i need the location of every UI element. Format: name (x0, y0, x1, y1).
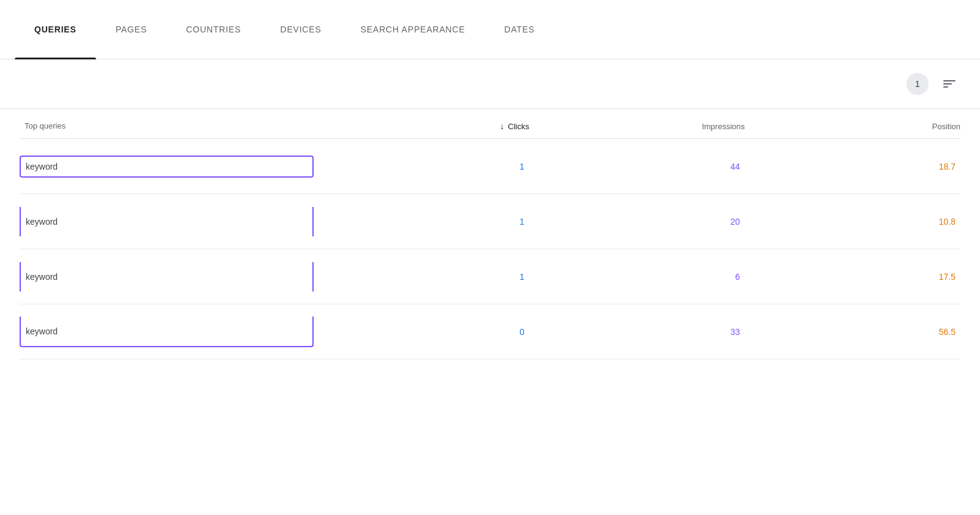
col-header-impressions[interactable]: Impressions (529, 121, 745, 131)
clicks-value-1: 1 (314, 217, 529, 227)
tab-search-appearance[interactable]: SEARCH APPEARANCE (341, 0, 485, 59)
tab-devices[interactable]: DEVICES (260, 0, 341, 59)
filter-icon-button[interactable] (938, 73, 960, 95)
tab-queries[interactable]: QUERIES (15, 0, 96, 59)
table-header: Top queries ↓ Clicks Impressions Positio… (20, 109, 960, 139)
tab-dates[interactable]: DATES (484, 0, 554, 59)
clicks-value-3: 0 (314, 327, 529, 337)
impressions-value-2: 6 (529, 272, 745, 282)
position-value-2: 17.5 (745, 272, 960, 282)
tab-pages[interactable]: PAGES (96, 0, 167, 59)
position-value-0: 18.7 (745, 162, 960, 171)
position-value-1: 10.8 (745, 217, 960, 227)
table-row: keyword 1 20 10.8 (20, 194, 960, 249)
clicks-value-0: 1 (314, 162, 529, 171)
table-row: keyword 1 44 18.7 (20, 139, 960, 194)
query-cell-3[interactable]: keyword (20, 317, 314, 347)
col-header-query: Top queries (20, 121, 314, 131)
col-header-clicks[interactable]: ↓ Clicks (314, 121, 529, 131)
data-table: Top queries ↓ Clicks Impressions Positio… (0, 109, 980, 359)
tab-countries[interactable]: COUNTRIES (167, 0, 261, 59)
sort-arrow-icon: ↓ (500, 121, 504, 131)
query-cell-1[interactable]: keyword (20, 207, 314, 236)
impressions-value-3: 33 (529, 327, 745, 337)
filter-count-badge[interactable]: 1 (907, 73, 929, 95)
query-cell-2[interactable]: keyword (20, 262, 314, 291)
filter-lines-icon (943, 80, 956, 88)
clicks-value-2: 1 (314, 272, 529, 282)
col-header-position[interactable]: Position (745, 121, 960, 131)
impressions-value-0: 44 (529, 162, 745, 171)
selected-query-highlight: keyword (20, 156, 314, 178)
table-row: keyword 1 6 17.5 (20, 249, 960, 304)
toolbar: 1 (0, 59, 980, 108)
table-row: keyword 0 33 56.5 (20, 304, 960, 359)
impressions-value-1: 20 (529, 217, 745, 227)
position-value-3: 56.5 (745, 327, 960, 337)
query-cell-selected[interactable]: keyword (20, 153, 314, 180)
tabs-navigation: QUERIES PAGES COUNTRIES DEVICES SEARCH A… (0, 0, 980, 59)
